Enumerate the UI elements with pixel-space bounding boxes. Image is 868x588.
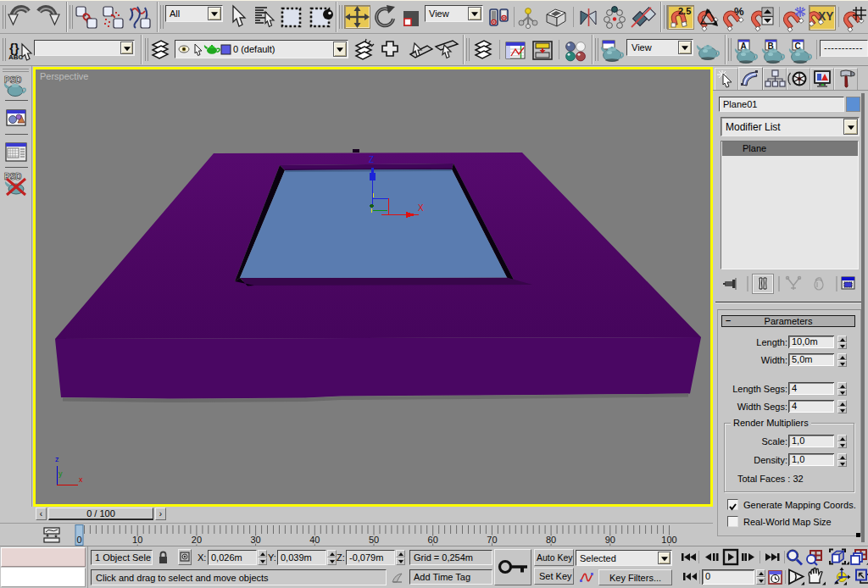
svg-text:y: y [58, 469, 63, 478]
svg-text:z: z [55, 455, 59, 463]
svg-text:%: % [734, 5, 744, 18]
svg-text:ABC: ABC [8, 53, 24, 61]
svg-text:80: 80 [546, 535, 556, 545]
svg-text:70: 70 [487, 535, 497, 545]
svg-text:0: 0 [76, 535, 81, 545]
svg-text:30: 30 [250, 535, 260, 545]
svg-text:Perspective: Perspective [40, 71, 88, 81]
svg-text:XY: XY [818, 9, 834, 23]
svg-text:40: 40 [309, 535, 320, 545]
svg-text:90: 90 [605, 535, 615, 545]
svg-text:100: 100 [661, 535, 676, 545]
svg-text:20: 20 [192, 535, 202, 545]
svg-text:2.5: 2.5 [678, 6, 691, 16]
svg-text:PSD: PSD [4, 75, 22, 85]
svg-text:Z: Z [369, 155, 374, 164]
svg-text:60: 60 [428, 535, 438, 545]
svg-text:10: 10 [132, 535, 142, 545]
svg-text:x: x [79, 475, 83, 484]
svg-text:X: X [418, 203, 424, 213]
svg-text:50: 50 [369, 535, 379, 545]
